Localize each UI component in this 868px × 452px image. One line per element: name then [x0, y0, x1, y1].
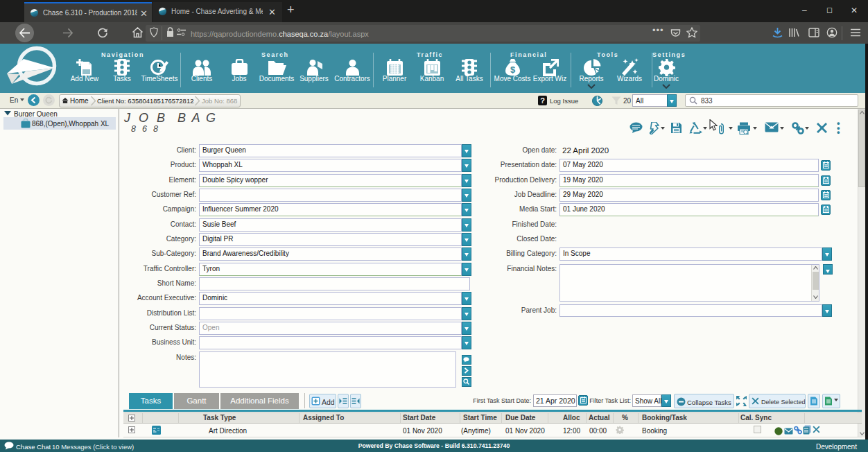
- svg-text:$: $: [510, 64, 516, 75]
